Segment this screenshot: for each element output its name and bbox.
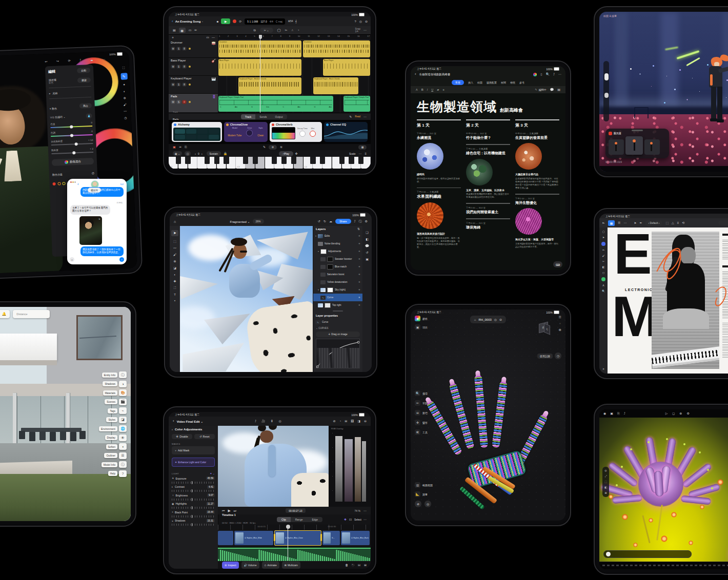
help-button[interactable]: Help? — [99, 470, 127, 477]
lock-icon[interactable]: 🔒 — [224, 152, 228, 155]
tint-slider[interactable]: 色調0 — [51, 130, 93, 137]
saturation-slider[interactable]: 飽和度+ 2 — [51, 148, 93, 154]
animate-button[interactable]: ◇ Animate — [262, 562, 279, 569]
vibrance-slider[interactable]: 自然飽和度+ 14 — [51, 139, 93, 146]
browse-button[interactable]: 瀏覽 — [77, 77, 91, 83]
mute-button[interactable]: M — [171, 47, 175, 51]
layer-row[interactable]: Top right👁 — [313, 301, 362, 309]
clip[interactable]: ≣ Skyline_Blue_Wide — [234, 531, 273, 545]
clip[interactable]: S… — [322, 531, 340, 545]
eraser-tool-icon[interactable]: ◪ — [173, 266, 176, 270]
playhead[interactable] — [260, 35, 260, 113]
tab-review[interactable]: 校閱 — [501, 81, 506, 84]
crop-tool-icon[interactable]: ⛶ — [174, 286, 176, 289]
region[interactable]: Keyboard Player / Simple Pad — [343, 96, 370, 112]
grid-icon[interactable]: ⊞ — [604, 492, 606, 494]
move-tool-icon[interactable]: ➤ — [171, 230, 178, 236]
redo-icon[interactable]: ↪ — [56, 59, 59, 63]
clip[interactable] — [218, 531, 233, 545]
environment-button[interactable]: Environment🌐 — [99, 425, 127, 432]
knife-tool-icon[interactable]: ✂ — [602, 260, 604, 263]
video-viewer[interactable] — [218, 426, 329, 507]
split-icon[interactable]: ✂ — [285, 29, 287, 32]
render-progress-slider[interactable] — [603, 550, 692, 558]
track-header-row[interactable]: Drummer🥁 M S R — [169, 40, 218, 58]
region[interactable]: Keyboard Player - Broken Chords — [238, 77, 301, 94]
adjust-panel-icon[interactable]: ◧ — [366, 238, 369, 241]
overwrite-icon[interactable]: ⊡ — [349, 518, 352, 521]
layer-row[interactable]: Blue match👁 — [313, 263, 362, 271]
bucket-icon[interactable]: ◧ — [604, 486, 607, 489]
copy-icon[interactable]: ⎘ — [617, 412, 620, 415]
piano-black-key[interactable] — [253, 157, 258, 164]
play-button[interactable]: ▶ — [221, 18, 230, 24]
plugin-chromaverb[interactable]: ChromaVerb Decay Time Wet — [270, 122, 322, 142]
octave-down-icon[interactable]: ‹ — [195, 152, 196, 155]
record-icon[interactable]: ◎ — [279, 420, 281, 423]
brush-tool-icon[interactable]: 🖌 — [173, 253, 176, 256]
frame-thumb[interactable] — [609, 139, 624, 155]
tracks-view-icon[interactable]: ▤ — [173, 29, 176, 32]
history-icon[interactable]: ⟳ — [68, 59, 71, 62]
track-header-row-selected[interactable]: Pads🎛 M S R — [169, 94, 218, 112]
tab-insert[interactable]: 插入 — [468, 81, 473, 84]
header-zoom-icon[interactable]: ▭ — [206, 36, 209, 39]
active-tool-dot[interactable] — [601, 242, 605, 246]
piano-keys[interactable]: C2C3C4 — [169, 157, 371, 169]
settings-icon[interactable]: ◎ — [359, 20, 362, 23]
timeline-audio-track[interactable] — [218, 547, 371, 561]
document-icon-selected[interactable]: ▦ — [608, 220, 615, 226]
remove-attachment-icon[interactable]: ✕ — [98, 217, 101, 220]
soften-button[interactable]: Soften◖ — [99, 443, 127, 450]
layer-row[interactable]: ▾Edits👁 — [313, 232, 362, 240]
disable-clip-icon[interactable]: ⊘ — [333, 420, 336, 423]
record-enable-button[interactable]: R — [182, 47, 187, 51]
project-title[interactable]: Video Final Edit ⌄ — [177, 420, 204, 423]
highlights-slider[interactable]: ◉Highlights11.27 — [172, 502, 215, 509]
frame-thumb-selected[interactable] — [625, 136, 643, 155]
tags-button[interactable]: Tags⌁ — [99, 407, 127, 414]
measure-button[interactable]: 📐測量 — [415, 491, 433, 497]
detach-icon[interactable]: ⎋ — [352, 564, 354, 567]
piano-black-key[interactable] — [185, 157, 190, 164]
stop-icon[interactable]: ◻ — [672, 412, 675, 415]
bold-icon[interactable]: B — [421, 88, 423, 91]
clip-selected[interactable]: ≣ Skyline_Blue_Close — [274, 530, 321, 546]
brush-slider-rail[interactable] — [603, 61, 609, 121]
poster-canvas[interactable]: E LECTRONIC M USIC — [608, 227, 728, 374]
view-cube[interactable]: 前 右 — [537, 322, 550, 335]
more-icon[interactable]: ⋯ — [363, 29, 367, 32]
more-icon[interactable]: ⋯ — [363, 509, 367, 512]
edit-tool-selected[interactable]: ✎ — [120, 73, 127, 79]
reset-button[interactable]: ↺ Reset — [194, 434, 215, 439]
heal-tool-icon[interactable]: ✚ — [173, 280, 176, 283]
record-take-icon[interactable]: ▣ — [173, 146, 176, 149]
tab-range[interactable]: Range — [291, 517, 308, 522]
song-title[interactable]: An Evening Song — [175, 20, 201, 23]
crop-icon[interactable]: ⛶ — [123, 66, 125, 69]
export-icon[interactable]: ⤴ — [624, 412, 625, 415]
font-style-icon[interactable]: A — [416, 88, 418, 91]
share-icon[interactable]: ⤴ — [79, 59, 81, 62]
enhance-button[interactable]: ✦ Enhance Light and Color — [172, 458, 215, 467]
properties-layer-row[interactable]: ∿Curve — [313, 318, 362, 326]
home-icon[interactable]: ⌂ — [174, 220, 176, 223]
select-tool-icon[interactable]: ▢ — [602, 231, 605, 233]
piano-black-key[interactable] — [339, 157, 345, 164]
snap-icon[interactable]: ⬚ — [665, 221, 669, 224]
piano-black-key[interactable] — [358, 157, 363, 164]
tab-output[interactable]: Output — [271, 114, 287, 119]
merge-icon[interactable]: ⑃ — [291, 29, 293, 32]
plugin-alchemy[interactable]: Alchemy — [172, 122, 222, 142]
drag-mode-icon[interactable]: ⧉ — [253, 29, 255, 32]
materials-button[interactable]: Materials🎨 — [99, 389, 127, 396]
masking-icon[interactable]: ◐ — [124, 90, 126, 93]
track-header-row[interactable]: Keyboard Player🎹 M S R — [169, 76, 218, 94]
export-icon[interactable]: ⤴ — [354, 220, 356, 223]
split-view-icon[interactable]: ⊞ — [345, 420, 347, 423]
transform-tool-icon[interactable]: ⬚ — [173, 240, 176, 243]
wb-control[interactable]: WB 拍攝時 ⌄ — [50, 115, 66, 119]
cursor-icon[interactable]: ➤ — [634, 221, 636, 224]
record-button[interactable] — [233, 19, 236, 23]
octave-up-icon[interactable]: › — [201, 152, 203, 155]
